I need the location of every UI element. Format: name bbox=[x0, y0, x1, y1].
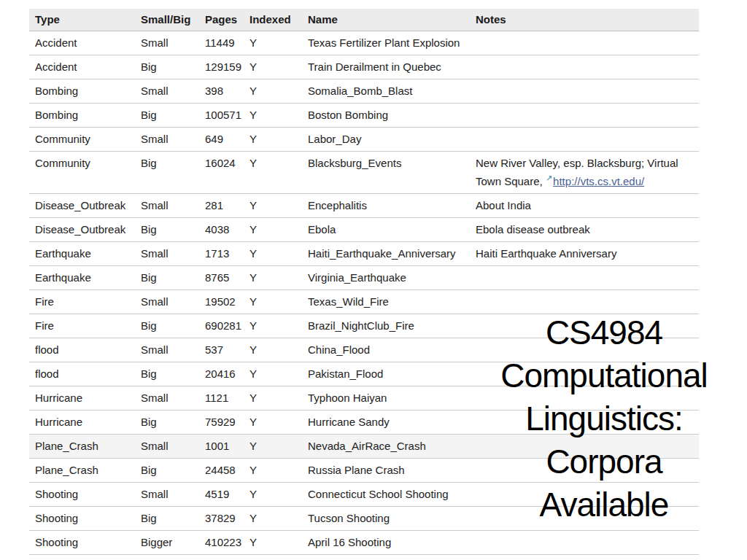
corpora-table: Type Small/Big Pages Indexed Name Notes … bbox=[29, 9, 699, 555]
cell-indexed: Y bbox=[249, 31, 308, 55]
cell-type: Plane_Crash bbox=[29, 459, 141, 483]
cell-notes bbox=[476, 314, 699, 338]
column-header-indexed: Indexed bbox=[249, 9, 308, 31]
cell-indexed: Y bbox=[249, 435, 308, 459]
cell-size: Big bbox=[141, 152, 205, 194]
cell-name: Brazil_NightClub_Fire bbox=[308, 314, 476, 338]
cell-size: Small bbox=[141, 386, 205, 411]
table-row: Bombing Small 398 Y Somalia_Bomb_Blast bbox=[29, 79, 699, 104]
cell-type: Shooting bbox=[29, 483, 141, 507]
cell-notes bbox=[476, 435, 699, 459]
cell-name: Nevada_AirRace_Crash bbox=[308, 435, 476, 459]
slide: Type Small/Big Pages Indexed Name Notes … bbox=[0, 0, 747, 560]
cell-notes: Haiti Earthquake Anniversary bbox=[476, 242, 699, 266]
cell-name: April 16 Shooting bbox=[308, 531, 476, 555]
cell-type: flood bbox=[29, 338, 141, 362]
cell-pages: 37829 bbox=[205, 507, 249, 531]
cell-name: Train Derailment in Quebec bbox=[308, 55, 476, 79]
table-row: flood Small 537 Y China_Flood bbox=[29, 338, 699, 362]
cell-pages: 398 bbox=[205, 79, 249, 104]
cell-type: Bombing bbox=[29, 79, 141, 104]
cell-name: Hurricane Sandy bbox=[308, 411, 476, 435]
cell-size: Small bbox=[141, 483, 205, 507]
external-link-icon: ↗ bbox=[546, 174, 552, 182]
cell-name: Tucson Shooting bbox=[308, 507, 476, 531]
cell-indexed: Y bbox=[249, 314, 308, 338]
cell-type: Shooting bbox=[29, 531, 141, 555]
cell-notes bbox=[476, 362, 699, 386]
table-row: Disease_Outbreak Small 281 Y Encephaliti… bbox=[29, 194, 699, 218]
table-row: Community Big 16024 Y Blacksburg_Events … bbox=[29, 152, 699, 194]
cell-size: Big bbox=[141, 459, 205, 483]
cell-notes bbox=[476, 104, 699, 128]
cell-pages: 19502 bbox=[205, 290, 249, 314]
cell-name: Connecticut School Shooting bbox=[308, 483, 476, 507]
table-row: Disease_Outbreak Big 4038 Y Ebola Ebola … bbox=[29, 218, 699, 242]
table-row: Accident Small 11449 Y Texas Fertilizer … bbox=[29, 31, 699, 55]
table-row: Community Small 649 Y Labor_Day bbox=[29, 128, 699, 152]
cell-pages: 8765 bbox=[205, 266, 249, 290]
cell-size: Small bbox=[141, 435, 205, 459]
cell-type: Hurricane bbox=[29, 411, 141, 435]
column-header-name: Name bbox=[308, 9, 476, 31]
cell-name: Labor_Day bbox=[308, 128, 476, 152]
cell-size: Small bbox=[141, 128, 205, 152]
cell-indexed: Y bbox=[249, 104, 308, 128]
cell-pages: 4038 bbox=[205, 218, 249, 242]
cell-size: Small bbox=[141, 31, 205, 55]
cell-indexed: Y bbox=[249, 242, 308, 266]
cell-notes bbox=[476, 531, 699, 555]
cell-size: Small bbox=[141, 242, 205, 266]
cell-type: Accident bbox=[29, 31, 141, 55]
cell-pages: 537 bbox=[205, 338, 249, 362]
table-row: Earthquake Big 8765 Y Virginia_Earthquak… bbox=[29, 266, 699, 290]
cell-size: Small bbox=[141, 290, 205, 314]
cell-name: Pakistan_Flood bbox=[308, 362, 476, 386]
cell-type: flood bbox=[29, 362, 141, 386]
vts-link[interactable]: http://vts.cs.vt.edu/ bbox=[553, 175, 644, 187]
cell-name: Texas Fertilizer Plant Explosion bbox=[308, 31, 476, 55]
cell-name: Ebola bbox=[308, 218, 476, 242]
cell-notes bbox=[476, 507, 699, 531]
cell-indexed: Y bbox=[249, 194, 308, 218]
cell-size: Small bbox=[141, 338, 205, 362]
column-header-type: Type bbox=[29, 9, 141, 31]
cell-notes bbox=[476, 411, 699, 435]
cell-pages: 16024 bbox=[205, 152, 249, 194]
cell-type: Disease_Outbreak bbox=[29, 194, 141, 218]
cell-type: Community bbox=[29, 152, 141, 194]
cell-type: Fire bbox=[29, 290, 141, 314]
cell-notes bbox=[476, 31, 699, 55]
cell-name: Texas_Wild_Fire bbox=[308, 290, 476, 314]
table-row: Hurricane Big 75929 Y Hurricane Sandy bbox=[29, 411, 699, 435]
cell-indexed: Y bbox=[249, 386, 308, 411]
cell-indexed: Y bbox=[249, 79, 308, 104]
cell-indexed: Y bbox=[249, 507, 308, 531]
cell-type: Shooting bbox=[29, 507, 141, 531]
cell-notes bbox=[476, 386, 699, 411]
cell-pages: 410223 bbox=[205, 531, 249, 555]
cell-pages: 129159 bbox=[205, 55, 249, 79]
cell-pages: 20416 bbox=[205, 362, 249, 386]
cell-indexed: Y bbox=[249, 218, 308, 242]
cell-indexed: Y bbox=[249, 483, 308, 507]
cell-notes bbox=[476, 338, 699, 362]
cell-type: Accident bbox=[29, 55, 141, 79]
table-row: Hurricane Small 1121 Y Typhoon Haiyan bbox=[29, 386, 699, 411]
cell-name: Typhoon Haiyan bbox=[308, 386, 476, 411]
cell-indexed: Y bbox=[249, 411, 308, 435]
cell-type: Earthquake bbox=[29, 266, 141, 290]
cell-notes bbox=[476, 55, 699, 79]
table-row: Shooting Small 4519 Y Connecticut School… bbox=[29, 483, 699, 507]
cell-size: Big bbox=[141, 218, 205, 242]
cell-notes bbox=[476, 128, 699, 152]
cell-size: Big bbox=[141, 411, 205, 435]
cell-indexed: Y bbox=[249, 338, 308, 362]
cell-pages: 24458 bbox=[205, 459, 249, 483]
cell-size: Small bbox=[141, 194, 205, 218]
cell-size: Big bbox=[141, 362, 205, 386]
cell-indexed: Y bbox=[249, 55, 308, 79]
cell-pages: 1121 bbox=[205, 386, 249, 411]
cell-indexed: Y bbox=[249, 290, 308, 314]
cell-notes: Ebola disease outbreak bbox=[476, 218, 699, 242]
